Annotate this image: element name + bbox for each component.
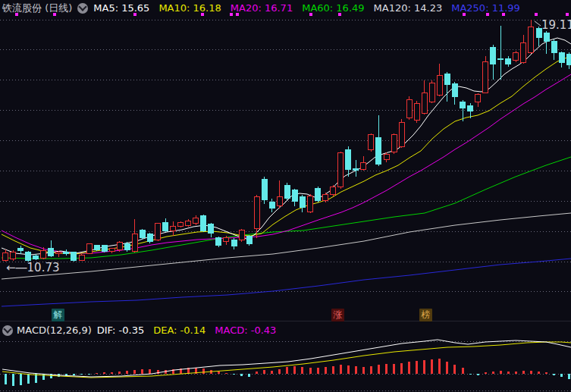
watermark-badge: 涨 (331, 309, 344, 321)
chevron-down-icon[interactable] (77, 3, 88, 14)
indicator-value: MA10: 16.18 (158, 2, 221, 14)
panel-divider (0, 321, 571, 321)
indicator-value: DEA: -0.14 (153, 325, 205, 336)
ma-indicator-row: MA5: 15.65MA10: 16.18MA20: 16.71MA60: 16… (93, 2, 529, 14)
indicator-value: DIF: -0.35 (97, 325, 144, 336)
watermark-badge: 解 (52, 309, 64, 321)
macd-header: MACD(12,26,9) DIF: -0.35DEA: -0.14MACD: … (2, 324, 285, 337)
macd-title: MACD(12,26,9) (17, 324, 92, 337)
chevron-down-icon[interactable] (2, 325, 13, 336)
macd-indicator-row: DIF: -0.35DEA: -0.14MACD: -0.43 (97, 324, 286, 337)
low-price-label: ←―10.73 (6, 261, 60, 274)
stock-chart-window: 铁流股份 (日线) MA5: 15.65MA10: 16.18MA20: 16.… (0, 0, 571, 392)
indicator-value: MA5: 15.65 (93, 2, 149, 14)
indicator-value: MA20: 16.71 (231, 2, 293, 14)
stock-title: 铁流股份 (日线) (2, 2, 72, 14)
watermark-badge: 榜 (419, 309, 432, 321)
indicator-value: MACD: -0.43 (215, 325, 276, 336)
indicator-value: MA60: 16.49 (302, 2, 364, 14)
high-price-label: 19.11 (541, 18, 571, 32)
indicator-value: MA120: 14.23 (374, 2, 443, 14)
indicator-value: MA250: 11.99 (451, 2, 520, 14)
main-header: 铁流股份 (日线) MA5: 15.65MA10: 16.18MA20: 16.… (2, 2, 529, 14)
